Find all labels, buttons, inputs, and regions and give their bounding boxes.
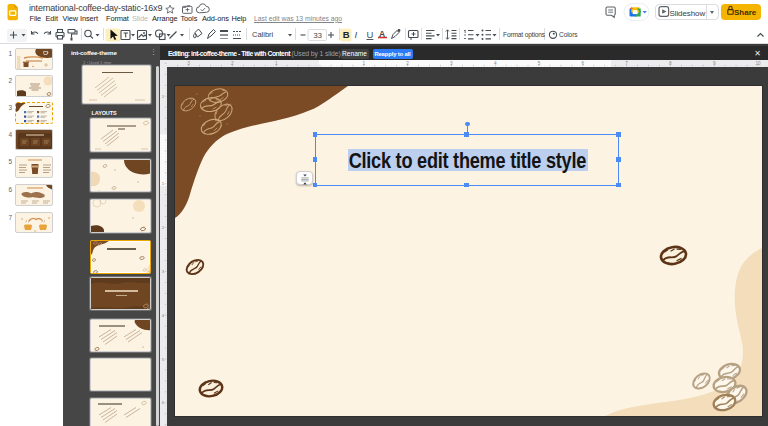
svg-text:I: I <box>355 29 358 40</box>
svg-text:3: 3 <box>450 61 453 66</box>
svg-text:10: 10 <box>755 61 761 66</box>
svg-text:9: 9 <box>713 61 716 66</box>
svg-text:1: 1 <box>275 61 278 66</box>
svg-text:Calibri: Calibri <box>252 30 274 39</box>
svg-text:3: 3 <box>187 61 190 66</box>
svg-text:4: 4 <box>494 61 497 66</box>
svg-text:6: 6 <box>582 61 585 66</box>
svg-text:2: 2 <box>231 61 234 66</box>
svg-text:2: 2 <box>406 61 409 66</box>
svg-text:Format options: Format options <box>503 31 546 39</box>
svg-text:8: 8 <box>669 61 672 66</box>
svg-text:Colors: Colors <box>559 31 578 38</box>
svg-text:7: 7 <box>625 61 628 66</box>
svg-text:B: B <box>343 29 350 40</box>
svg-text:U: U <box>367 29 374 40</box>
svg-text:A: A <box>379 29 385 39</box>
svg-text:5: 5 <box>538 61 541 66</box>
svg-text:1: 1 <box>363 61 366 66</box>
svg-text:33: 33 <box>314 31 322 40</box>
